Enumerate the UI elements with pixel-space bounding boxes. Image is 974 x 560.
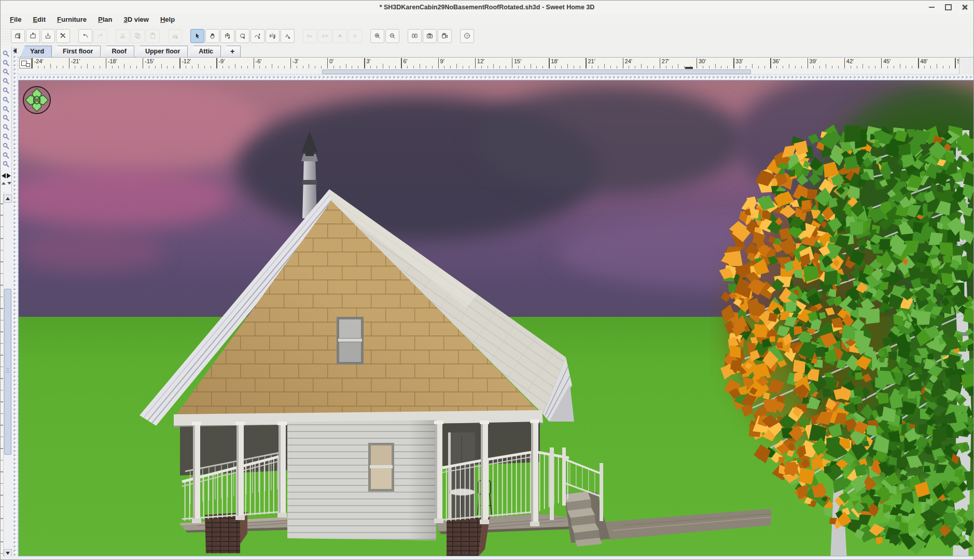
mini-down-icon[interactable] <box>7 182 11 185</box>
increase-text-size-button[interactable]: AA <box>303 29 317 43</box>
ruler-minor-tick <box>764 66 765 68</box>
add-furniture-button[interactable] <box>168 29 182 43</box>
expand-right-icon[interactable] <box>7 173 11 178</box>
preferences-button[interactable] <box>56 29 70 43</box>
zoom-in-button[interactable] <box>370 29 384 43</box>
tab-upper-floor[interactable]: Upper floor <box>135 46 188 57</box>
svg-text:A: A <box>325 33 329 38</box>
menu-furniture[interactable]: Furniture <box>51 14 92 25</box>
ruler-tick <box>290 58 291 68</box>
toggle-italic-button[interactable]: A <box>348 29 362 43</box>
ruler-minor-tick <box>38 66 38 68</box>
tab-attic[interactable]: Attic <box>189 46 221 57</box>
create-photo-button[interactable] <box>423 29 437 43</box>
create-polylines-button[interactable] <box>251 29 265 43</box>
catalog-tree-toggle-icon[interactable] <box>1 132 12 142</box>
ruler-minor-tick <box>444 66 444 68</box>
catalog-tree-toggle-icon[interactable] <box>1 59 12 68</box>
ruler-minor-tick <box>536 66 537 68</box>
ruler-tick <box>438 58 439 68</box>
ruler-minor-tick <box>93 66 94 68</box>
pan-button[interactable] <box>205 29 219 43</box>
catalog-tree-toggle-icon[interactable] <box>1 95 12 105</box>
plan-horizontal-scrollbar[interactable] <box>18 69 959 75</box>
horizontal-split-divider[interactable] <box>18 75 974 80</box>
vertical-scroll-thumb[interactable] <box>4 289 11 455</box>
ruler-minor-tick <box>653 66 654 68</box>
help-button[interactable]: ? <box>460 29 474 43</box>
ruler-minor-tick <box>635 66 635 68</box>
scroll-up-button[interactable] <box>4 194 12 203</box>
photos-at-points-of-view-button[interactable] <box>408 29 422 43</box>
3d-view[interactable] <box>18 80 974 556</box>
ruler-label: 9' <box>440 58 444 64</box>
open-button[interactable] <box>26 29 40 43</box>
menu-plan[interactable]: Plan <box>92 14 118 25</box>
ruler-tick <box>844 58 845 68</box>
ruler-minor-tick <box>746 66 746 68</box>
create-walls-button[interactable] <box>220 29 234 43</box>
new-home-button[interactable] <box>11 29 25 43</box>
toolbar-group <box>168 29 183 43</box>
ruler-label: 42' <box>846 58 854 64</box>
paste-button[interactable] <box>146 29 160 43</box>
select-button[interactable] <box>190 29 204 43</box>
create-rooms-button[interactable] <box>235 29 249 43</box>
vertical-split-divider[interactable] <box>12 46 18 560</box>
toolbar-grip[interactable] <box>2 27 9 44</box>
catalog-tree-toggle-icon[interactable] <box>1 160 12 170</box>
ruler-origin-icon[interactable] <box>19 59 32 68</box>
save-button[interactable] <box>41 29 55 43</box>
catalog-tree-toggle-icon[interactable] <box>1 68 12 77</box>
menu-edit[interactable]: Edit <box>27 14 51 25</box>
collapse-pane-arrow-icon[interactable] <box>13 48 17 53</box>
ruler-tick <box>32 58 32 68</box>
catalog-tree-toggle-icon[interactable] <box>1 142 12 151</box>
svg-text:10: 10 <box>271 33 274 35</box>
title-bar[interactable]: * SH3DKarenCabin29NoBasementRoofRotated.… <box>1 1 973 15</box>
copy-button[interactable] <box>131 29 145 43</box>
catalog-tree-toggle-icon[interactable] <box>1 114 12 123</box>
add-level-tab[interactable]: + <box>222 46 241 57</box>
svg-text:A: A <box>338 33 342 38</box>
horizontal-scroll-thumb[interactable] <box>322 69 751 74</box>
menu-help[interactable]: Help <box>155 14 180 25</box>
catalog-tree-toggle-icon[interactable] <box>1 123 12 132</box>
menu-3d-view[interactable]: 3D view <box>118 14 155 25</box>
svg-text:A: A <box>353 33 356 38</box>
ruler-minor-tick <box>469 66 469 68</box>
minimize-button[interactable] <box>927 3 936 12</box>
ruler-minor-tick <box>100 66 100 68</box>
mini-up-icon[interactable] <box>2 182 6 185</box>
menu-file[interactable]: File <box>4 14 27 25</box>
ruler-label: -6' <box>256 58 262 64</box>
ruler-minor-tick <box>912 66 912 68</box>
toggle-bold-button[interactable]: A <box>333 29 347 43</box>
new-home-icon <box>15 31 21 41</box>
zoom-out-button[interactable] <box>385 29 399 43</box>
cut-button[interactable] <box>116 29 130 43</box>
catalog-tree-toggle-icon[interactable] <box>1 77 12 86</box>
catalog-tree-toggle-icon[interactable] <box>1 151 12 160</box>
add-texts-button[interactable]: A <box>281 29 295 43</box>
redo-button[interactable] <box>93 29 107 43</box>
catalog-tree-toggle-icon[interactable] <box>1 105 12 114</box>
expand-left-icon[interactable] <box>2 173 6 178</box>
tab-roof[interactable]: Roof <box>102 46 134 57</box>
create-dimensions-button[interactable]: 10 <box>266 29 280 43</box>
plan-vertical-scrollbar[interactable] <box>4 192 12 560</box>
decrease-text-size-button[interactable]: AA <box>318 29 332 43</box>
ruler-minor-tick <box>783 66 783 68</box>
tab-first-floor[interactable]: First floor <box>53 46 101 57</box>
create-video-button[interactable] <box>438 29 452 43</box>
catalog-tree-toggle-icon[interactable] <box>1 49 12 59</box>
menu-bar: FileEditFurniturePlan3D viewHelp <box>1 14 974 25</box>
undo-button[interactable] <box>78 29 92 43</box>
close-button[interactable] <box>960 3 969 12</box>
maximize-button[interactable] <box>943 3 953 12</box>
catalog-tree-toggle-icon[interactable] <box>1 86 12 95</box>
tab-yard[interactable]: Yard <box>20 46 52 57</box>
ruler-minor-tick <box>715 64 716 68</box>
ruler-minor-tick <box>752 64 753 68</box>
toolbar-group: 10A <box>190 29 295 43</box>
